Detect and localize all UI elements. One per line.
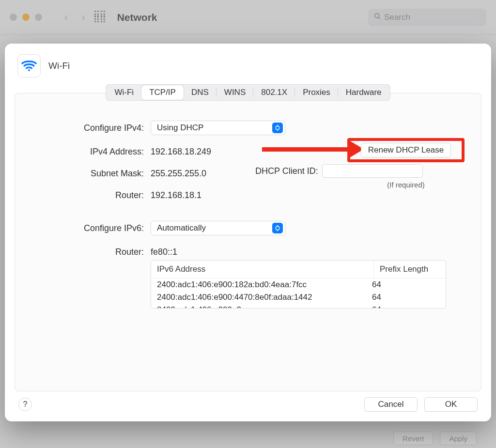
- subnet-mask-label: Subnet Mask:: [32, 169, 144, 179]
- annotation-highlight-box: Renew DHCP Lease: [347, 138, 465, 162]
- tabs: Wi-Fi TCP/IP DNS WINS 802.1X Proxies Har…: [106, 84, 390, 101]
- cell-addr: 2400:adc1:406:e900:182a:bd0:4eaa:7fcc: [157, 280, 372, 290]
- dhcp-client-id-hint: (If required): [347, 181, 465, 189]
- tcpip-panel: Configure IPv4: Using DHCP IPv4 Address:…: [15, 93, 481, 391]
- router-v6-value: fe80::1: [151, 247, 464, 257]
- cell-preflen: 64: [372, 305, 440, 309]
- dhcp-client-id-input[interactable]: [322, 164, 423, 178]
- network-advanced-sheet: Wi-Fi Wi-Fi TCP/IP DNS WINS 802.1X Proxi…: [5, 44, 491, 421]
- cell-addr: 2400:adc1:406:e900:4470:8e0f:adaa:1442: [157, 293, 372, 302]
- configure-ipv6-label: Configure IPv6:: [32, 223, 144, 233]
- chevron-updown-icon: [272, 123, 283, 133]
- router-v4-value: 192.168.18.1: [151, 190, 464, 201]
- ok-button[interactable]: OK: [424, 397, 478, 412]
- col-ipv6-address[interactable]: IPv6 Address: [151, 261, 374, 278]
- configure-ipv4-select[interactable]: Using DHCP: [151, 121, 285, 135]
- help-button[interactable]: ?: [18, 398, 32, 411]
- table-row[interactable]: 2400:adc1:406:e900:182a:bd0:4eaa:7fcc 64: [151, 278, 446, 291]
- tab-wifi[interactable]: Wi-Fi: [107, 85, 141, 100]
- chevron-updown-icon: [272, 223, 283, 233]
- sheet-title: Wi-Fi: [48, 61, 70, 71]
- table-header: IPv6 Address Prefix Length: [151, 261, 446, 278]
- dhcp-client-id-label: DHCP Client ID:: [255, 166, 318, 176]
- tab-8021x[interactable]: 802.1X: [253, 85, 295, 100]
- configure-ipv6-value: Automatically: [157, 223, 206, 233]
- tab-tcpip[interactable]: TCP/IP: [141, 85, 184, 100]
- tab-proxies[interactable]: Proxies: [295, 85, 338, 100]
- svg-point-2: [28, 69, 30, 71]
- cell-preflen: 64: [372, 293, 440, 302]
- renew-dhcp-lease-button[interactable]: Renew DHCP Lease: [361, 143, 451, 157]
- cell-addr: 2400:adc1:406:e900::3: [157, 305, 372, 309]
- table-row[interactable]: 2400:adc1:406:e900:4470:8e0f:adaa:1442 6…: [151, 291, 446, 304]
- ipv6-address-table[interactable]: IPv6 Address Prefix Length 2400:adc1:406…: [151, 260, 446, 309]
- arrow-shaft: [262, 147, 349, 152]
- router-v4-label: Router:: [32, 190, 144, 201]
- ipv4-address-label: IPv4 Address:: [32, 147, 144, 157]
- tab-hardware[interactable]: Hardware: [338, 85, 389, 100]
- configure-ipv4-value: Using DHCP: [157, 123, 203, 133]
- cancel-button[interactable]: Cancel: [364, 397, 418, 412]
- col-prefix-length[interactable]: Prefix Length: [374, 261, 446, 278]
- router-v6-label: Router:: [32, 247, 144, 257]
- configure-ipv6-select[interactable]: Automatically: [151, 221, 285, 235]
- table-row[interactable]: 2400:adc1:406:e900::3 64: [151, 304, 446, 309]
- tab-dns[interactable]: DNS: [184, 85, 217, 100]
- tab-wins[interactable]: WINS: [217, 85, 253, 100]
- configure-ipv4-label: Configure IPv4:: [32, 123, 144, 133]
- wifi-icon: [17, 54, 41, 77]
- cell-preflen: 64: [372, 280, 440, 290]
